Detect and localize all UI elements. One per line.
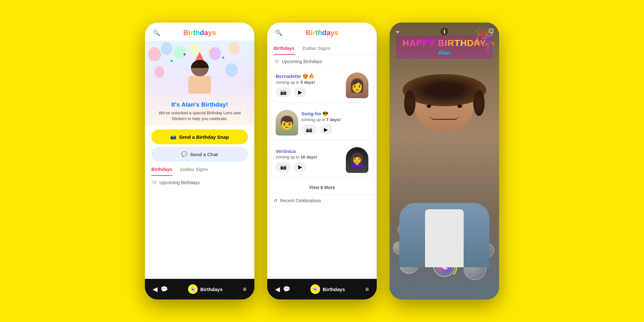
camera-icon: 📷 bbox=[170, 134, 176, 140]
history-icon: ↺ bbox=[274, 198, 278, 203]
nav-title: 👻 Birthdays bbox=[188, 284, 223, 294]
upcoming-header-2: 🤍 Upcoming Birthdays bbox=[267, 55, 377, 67]
avatar-bernadette: 👩 bbox=[346, 72, 368, 98]
bitmoji-avatar bbox=[180, 47, 219, 99]
search-icon[interactable]: 🔍 bbox=[274, 28, 284, 38]
recent-celebrations-header: ↺ Recent Celebrations bbox=[267, 194, 377, 206]
phone2-header: 🔍 Birthdays bbox=[267, 23, 377, 41]
upcoming-birthdays-header: 🤍 Upcoming Birthdays bbox=[145, 176, 254, 188]
back-button[interactable]: ◀ 💬 bbox=[153, 285, 168, 293]
heart-icon: 🤍 bbox=[151, 180, 157, 185]
avatar-veronica: 👩‍🦱 bbox=[346, 147, 368, 173]
camera-btn-veronica[interactable]: 📷 bbox=[276, 162, 291, 172]
play-btn-sungho[interactable]: ▶ bbox=[319, 125, 332, 135]
btn-chat-label: Send a Chat bbox=[190, 152, 218, 157]
camera-top-bar: ⌄ ℹ ⊡ bbox=[390, 23, 499, 39]
nav-title-2: 👻 Birthdays bbox=[310, 284, 345, 294]
card-info-bernadette: Bernadette 😍🔥 coming up in 5 days! 📷 ▶ bbox=[276, 73, 343, 97]
birthday-person-name: Alan bbox=[400, 50, 489, 56]
birthday-card-bernadette: Bernadette 😍🔥 coming up in 5 days! 📷 ▶ 👩 bbox=[271, 69, 373, 102]
card-actions-bernadette: 📷 ▶ bbox=[276, 87, 343, 97]
phone2-tab-bar: Birthdays Zodiac Signs bbox=[267, 41, 377, 55]
menu-button-2[interactable]: ≡ bbox=[365, 286, 369, 293]
bottom-nav-bar-2: ◀ 💬 👻 Birthdays ≡ bbox=[267, 279, 377, 299]
friend-days-sungho: coming up in 7 days! bbox=[301, 117, 368, 122]
menu-button[interactable]: ≡ bbox=[243, 286, 247, 293]
birthday-card-sungho: 👦 Sung-ho 😎 coming up in 7 days! 📷 ▶ bbox=[271, 106, 373, 139]
tab-zodiac[interactable]: Zodiac Signs bbox=[180, 167, 208, 176]
tab-birthdays[interactable]: Birthdays bbox=[151, 167, 172, 176]
recent-label: Recent Celebrations bbox=[280, 198, 321, 203]
tab-zodiac-2[interactable]: Zodiac Signs bbox=[302, 46, 330, 55]
tab-bar: Birthdays Zodiac Signs bbox=[145, 162, 254, 176]
app-title-2: Birthdays bbox=[284, 29, 360, 37]
birthday-banner: It's Alan's Birthday! We've unlocked a s… bbox=[145, 41, 254, 125]
chat-icon: 💬 bbox=[181, 151, 187, 157]
friend-days-bernadette: coming up in 5 days! bbox=[276, 80, 343, 85]
card-info-sungho: Sung-ho 😎 coming up in 7 days! 📷 ▶ bbox=[301, 111, 368, 135]
upcoming-label: Upcoming Birthdays bbox=[159, 180, 200, 185]
bottom-nav-bar: ◀ 💬 👻 Birthdays ≡ bbox=[145, 279, 254, 299]
btn-snap-label: Send a Birthday Snap bbox=[179, 134, 229, 140]
send-birthday-snap-button[interactable]: 📷 Send a Birthday Snap bbox=[151, 129, 248, 144]
card-actions-sungho: 📷 ▶ bbox=[301, 125, 368, 135]
app-title: Birthdays bbox=[162, 29, 238, 37]
tab-birthdays-2[interactable]: Birthdays bbox=[274, 46, 295, 55]
birthday-list: Bernadette 😍🔥 coming up in 5 days! 📷 ▶ 👩… bbox=[267, 67, 377, 279]
snapchat-ghost-icon: 👻 bbox=[188, 284, 198, 294]
camera-btn-sungho[interactable]: 📷 bbox=[301, 125, 317, 135]
dropdown-icon[interactable]: ⌄ bbox=[395, 27, 400, 34]
avatar-sungho: 👦 bbox=[276, 110, 298, 136]
upcoming-label-2: Upcoming Birthdays bbox=[282, 59, 322, 64]
camera-screen: 🎉 🎊 ⌄ ℹ ⊡ HAPPY BIRTHDAY Alan bbox=[390, 23, 499, 299]
play-btn-veronica[interactable]: ▶ bbox=[294, 162, 307, 172]
send-chat-button[interactable]: 💬 Send a Chat bbox=[151, 147, 248, 162]
birthday-card-veronica: Verónica coming up in 16 days! 📷 ▶ 👩‍🦱 bbox=[271, 143, 373, 177]
search-icon[interactable]: 🔍 bbox=[151, 28, 162, 38]
happy-birthday-text: HAPPY BIRTHDAY bbox=[400, 38, 489, 48]
snapchat-ghost-icon-2: 👻 bbox=[310, 284, 320, 294]
heart-icon-2: 🤍 bbox=[274, 59, 279, 64]
phone-3: 🎉 🎊 ⌄ ℹ ⊡ HAPPY BIRTHDAY Alan bbox=[390, 23, 499, 299]
view-more-button[interactable]: View 6 More bbox=[267, 180, 377, 194]
phone-2: 🔍 Birthdays Birthdays Zodiac Signs 🤍 Upc… bbox=[267, 23, 377, 299]
camera-btn-bernadette[interactable]: 📷 bbox=[276, 87, 291, 97]
friend-name-sungho: Sung-ho 😎 bbox=[301, 111, 368, 117]
phone1-header: 🔍 Birthdays bbox=[145, 23, 254, 41]
camera-flip-icon[interactable]: ⊡ bbox=[488, 27, 494, 34]
friend-name-veronica: Verónica bbox=[276, 148, 343, 154]
friend-name-bernadette: Bernadette 😍🔥 bbox=[276, 73, 343, 79]
camera-view: 🎉 🎊 bbox=[390, 23, 499, 299]
phone-1: 🔍 Birthdays bbox=[145, 23, 254, 299]
card-info-veronica: Verónica coming up in 16 days! 📷 ▶ bbox=[276, 148, 343, 172]
back-button-2[interactable]: ◀ 💬 bbox=[275, 285, 290, 293]
happy-birthday-overlay: HAPPY BIRTHDAY Alan bbox=[390, 35, 499, 59]
play-btn-bernadette[interactable]: ▶ bbox=[294, 87, 307, 97]
friend-days-veronica: coming up in 16 days! bbox=[276, 155, 343, 159]
card-actions-veronica: 📷 ▶ bbox=[276, 162, 343, 172]
info-icon[interactable]: ℹ bbox=[440, 28, 448, 35]
